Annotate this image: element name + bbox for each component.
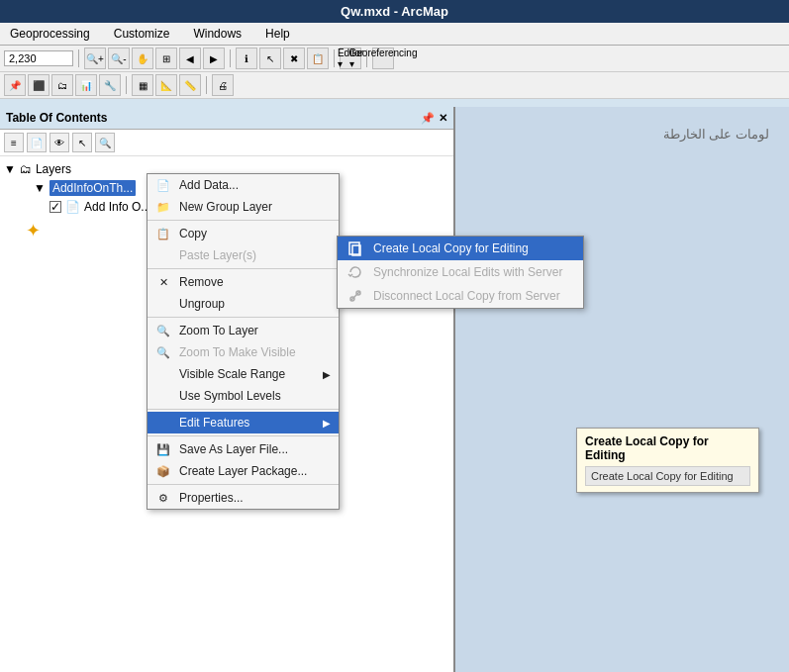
toc-source-btn[interactable]: 📄 (27, 133, 47, 152)
svg-rect-0 (349, 242, 359, 254)
expand-layers-icon[interactable]: ▼ (4, 162, 16, 176)
menu-customize[interactable]: Customize (108, 25, 176, 43)
sep-2 (230, 49, 231, 67)
tb2-btn3[interactable]: 🗂 (51, 74, 73, 96)
identify-btn[interactable]: ℹ (236, 48, 257, 69)
toc-search-btn[interactable]: 🔍 (95, 133, 115, 152)
sync-icon (345, 262, 365, 282)
toc-vis-btn[interactable]: 👁 (49, 133, 69, 152)
toc-sel-btn[interactable]: ↖ (72, 133, 92, 152)
context-menu: 📄 Add Data... 📁 New Group Layer 📋 Copy P… (147, 173, 340, 510)
menu-geoprocessing[interactable]: Geoprocessing (4, 25, 96, 43)
submenu-create-local-copy-label: Create Local Copy for Editing (373, 241, 529, 255)
ctx-remove-label: Remove (179, 275, 224, 289)
tb2-btn4[interactable]: 📊 (75, 74, 97, 96)
select-btn[interactable]: ↖ (259, 48, 281, 69)
title-label: Qw.mxd - ArcMap (341, 4, 448, 19)
tb2-btn5[interactable]: 🔧 (99, 74, 121, 96)
georef-btn[interactable]: Georeferencing ▾ (372, 48, 394, 69)
symbol-levels-icon (155, 388, 171, 404)
save-layer-icon: 💾 (155, 441, 171, 457)
arabic-label: لومات على الخارطة (663, 127, 769, 142)
create-local-copy-icon (345, 239, 365, 258)
tb2-btn1[interactable]: 📌 (4, 74, 26, 96)
pan-btn[interactable]: ✋ (132, 48, 153, 69)
layers-folder-icon: 🗂 (20, 162, 32, 176)
create-package-icon: 📦 (155, 463, 171, 479)
ctx-sep-1 (148, 220, 339, 221)
ctx-ungroup-label: Ungroup (179, 297, 225, 311)
edit-features-icon (155, 415, 171, 431)
ctx-save-layer[interactable]: 💾 Save As Layer File... (148, 438, 339, 460)
submenu-create-local-copy[interactable]: Create Local Copy for Editing (338, 237, 583, 260)
clear-select-btn[interactable]: ✖ (283, 48, 305, 69)
ctx-sep-3 (148, 317, 339, 318)
ctx-create-package[interactable]: 📦 Create Layer Package... (148, 460, 339, 482)
zoom-visible-icon: 🔍 (155, 344, 171, 360)
toc-header-icons: 📌 ✕ (421, 112, 447, 125)
prev-extent-btn[interactable]: ◀ (179, 48, 201, 69)
toc-close-icon[interactable]: ✕ (439, 112, 447, 125)
sep-3 (334, 49, 335, 67)
ctx-zoom-to-layer-label: Zoom To Layer (179, 324, 258, 337)
toc-list-btn[interactable]: ≡ (4, 133, 24, 152)
tb2-btn2[interactable]: ⬛ (28, 74, 49, 96)
tb2-btn6[interactable]: ▦ (132, 74, 153, 96)
toc-header: Table Of Contents 📌 ✕ (0, 107, 453, 130)
menu-help[interactable]: Help (259, 25, 296, 43)
tb2-btn7[interactable]: 📐 (155, 74, 177, 96)
sep-1 (78, 49, 79, 67)
new-group-layer-icon: 📁 (155, 199, 171, 215)
toolbar-2: 📌 ⬛ 🗂 📊 🔧 ▦ 📐 📏 🖨 (0, 72, 789, 99)
submenu-disconnect: Disconnect Local Copy from Server (338, 284, 583, 308)
svg-line-2 (350, 291, 360, 301)
disconnect-icon (345, 286, 365, 306)
expand-addinfo-icon[interactable]: ▼ (34, 181, 46, 195)
visible-scale-icon (155, 366, 171, 382)
ctx-visible-scale[interactable]: Visible Scale Range ▶ (148, 363, 339, 385)
tooltip-box: Create Local Copy for Editing Create Loc… (576, 428, 759, 493)
ctx-properties-label: Properties... (179, 491, 244, 505)
attributes-btn[interactable]: 📋 (307, 48, 329, 69)
layers-label: Layers (36, 162, 71, 176)
remove-icon: ✕ (155, 274, 171, 290)
ctx-paste-label: Paste Layer(s) (179, 248, 256, 262)
zoom-to-layer-icon: 🔍 (155, 323, 171, 338)
toc-pin-icon[interactable]: 📌 (421, 112, 435, 125)
submenu-edit-features: Create Local Copy for Editing Synchroniz… (337, 236, 584, 309)
ctx-sep-4 (148, 409, 339, 410)
zoom-in-btn[interactable]: 🔍+ (84, 48, 106, 69)
menu-windows[interactable]: Windows (187, 25, 247, 43)
sep-5 (126, 76, 127, 94)
ctx-copy[interactable]: 📋 Copy (148, 223, 339, 244)
ctx-new-group-layer[interactable]: 📁 New Group Layer (148, 196, 339, 218)
ctx-zoom-visible-label: Zoom To Make Visible (179, 345, 296, 359)
next-extent-btn[interactable]: ▶ (203, 48, 225, 69)
ctx-edit-features-label: Edit Features (179, 416, 249, 430)
toc-title: Table Of Contents (6, 111, 107, 125)
submenu-sync-label: Synchronize Local Edits with Server (373, 265, 562, 279)
ctx-visible-scale-label: Visible Scale Range (179, 367, 285, 381)
ctx-edit-features[interactable]: Edit Features ▶ (148, 412, 339, 433)
toolbar-1: 2,230 🔍+ 🔍- ✋ ⊞ ◀ ▶ ℹ ↖ ✖ 📋 Editor ▾ Geo… (0, 46, 789, 72)
layer-name-highlight[interactable]: AddInfoOnTh... (49, 180, 136, 196)
ctx-add-data[interactable]: 📄 Add Data... (148, 174, 339, 196)
ctx-create-package-label: Create Layer Package... (179, 464, 307, 478)
zoom-out-btn[interactable]: 🔍- (108, 48, 130, 69)
ctx-symbol-levels-label: Use Symbol Levels (179, 389, 281, 403)
ctx-symbol-levels[interactable]: Use Symbol Levels (148, 385, 339, 407)
tb2-btn8[interactable]: 📏 (179, 74, 201, 96)
sublayer-checkbox[interactable]: ✓ (49, 201, 61, 213)
ctx-copy-label: Copy (179, 227, 207, 240)
submenu-disconnect-label: Disconnect Local Copy from Server (373, 289, 560, 303)
ctx-ungroup[interactable]: Ungroup (148, 293, 339, 315)
full-extent-btn[interactable]: ⊞ (155, 48, 177, 69)
coord-box[interactable]: 2,230 (4, 50, 73, 66)
ctx-remove[interactable]: ✕ Remove (148, 271, 339, 293)
ctx-properties[interactable]: ⚙ Properties... (148, 487, 339, 509)
ctx-new-group-layer-label: New Group Layer (179, 200, 272, 214)
tb2-btn9[interactable]: 🖨 (212, 74, 234, 96)
ctx-zoom-to-layer[interactable]: 🔍 Zoom To Layer (148, 320, 339, 341)
ctx-paste: Paste Layer(s) (148, 244, 339, 266)
ctx-add-data-label: Add Data... (179, 178, 239, 192)
